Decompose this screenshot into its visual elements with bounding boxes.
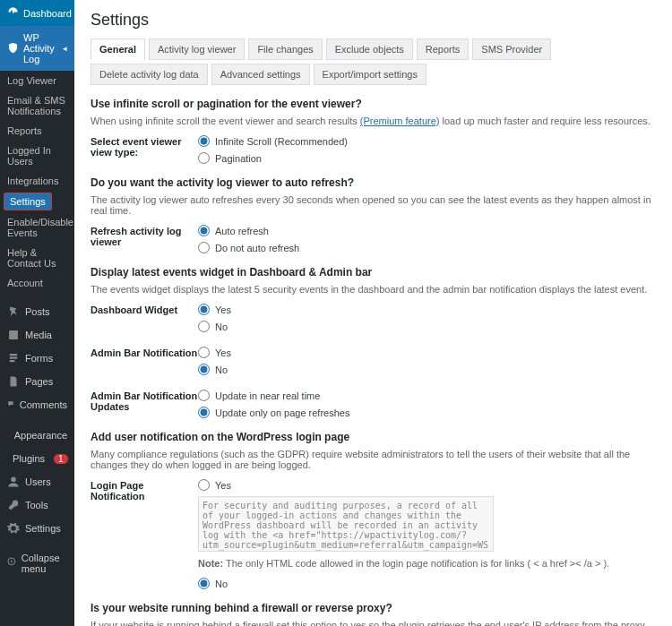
update-badge: 1 — [54, 454, 68, 464]
sidebar-sub-enable-disable[interactable]: Enable/Disable Events — [0, 212, 74, 243]
sidebar-forms[interactable]: Forms — [0, 347, 74, 370]
settings-tabs: General Activity log viewer File changes… — [90, 39, 656, 85]
opt-dw-yes[interactable]: Yes — [198, 304, 656, 315]
login-notice-textarea[interactable] — [198, 496, 494, 552]
tab-file-changes[interactable]: File changes — [248, 39, 322, 60]
section-proxy-desc: If your website is running behind a fire… — [90, 620, 656, 626]
sidebar-pages[interactable]: Pages — [0, 370, 74, 393]
collapse-icon — [7, 557, 16, 570]
opt-update-refresh[interactable]: Update only on page refreshes — [198, 407, 656, 418]
tab-sms[interactable]: SMS Provider — [472, 39, 551, 60]
comment-icon — [7, 399, 14, 411]
sidebar-settings[interactable]: Settings — [0, 517, 74, 540]
section-proxy-heading: Is your website running behind a firewal… — [90, 602, 656, 614]
gauge-icon — [7, 6, 19, 20]
sidebar-sub-settings[interactable]: Settings — [4, 193, 52, 210]
sidebar-sub-reports[interactable]: Reports — [0, 121, 74, 141]
adminbar-updates-label: Admin Bar Notification Updates — [90, 390, 198, 424]
section-login-heading: Add user notification on the WordPress l… — [90, 431, 656, 443]
sidebar-plugins[interactable]: Plugins1 — [0, 447, 74, 470]
pin-icon — [7, 305, 20, 318]
svg-point-1 — [11, 476, 16, 482]
page-title: Settings — [90, 11, 656, 30]
opt-ab-yes[interactable]: Yes — [198, 347, 656, 358]
adminbar-label: Admin Bar Notification — [90, 347, 198, 381]
sidebar-media[interactable]: Media — [0, 323, 74, 347]
page-icon — [7, 375, 20, 388]
sidebar-posts[interactable]: Posts — [0, 300, 74, 323]
user-icon — [7, 476, 20, 488]
tool-icon — [7, 499, 20, 511]
opt-infinite-scroll[interactable]: Infinite Scroll (Recommended) — [198, 135, 656, 147]
sidebar-dashboard[interactable]: Dashboard — [0, 0, 74, 26]
dashboard-widget-label: Dashboard Widget — [90, 304, 198, 338]
sidebar-plugin-header[interactable]: WP Activity Log ◂ — [0, 26, 74, 71]
opt-auto-refresh[interactable]: Auto refresh — [198, 225, 656, 236]
sidebar-tools[interactable]: Tools — [0, 493, 74, 517]
chevron-left-icon: ◂ — [63, 44, 67, 53]
section-widget-desc: The events widget displays the latest 5 … — [90, 284, 656, 295]
opt-login-no[interactable]: No — [198, 578, 656, 589]
opt-pagination[interactable]: Pagination — [198, 152, 656, 164]
section-widget-heading: Display latest events widget in Dashboar… — [90, 266, 656, 279]
sidebar-collapse[interactable]: Collapse menu — [0, 547, 74, 579]
gear-icon — [7, 522, 20, 535]
shield-icon — [7, 42, 19, 56]
login-notification-label: Login Page Notification — [90, 479, 198, 595]
admin-sidebar: Dashboard WP Activity Log ◂ Log Viewer E… — [0, 0, 74, 626]
sidebar-appearance[interactable]: Appearance — [0, 424, 74, 447]
opt-ab-no[interactable]: No — [198, 364, 656, 375]
opt-login-yes[interactable]: Yes — [198, 479, 656, 491]
refresh-label: Refresh activity log viewer — [90, 225, 198, 259]
section-refresh-desc: The activity log viewer auto refreshes e… — [90, 194, 656, 216]
main-content: Settings General Activity log viewer Fil… — [74, 0, 672, 626]
forms-icon — [7, 352, 20, 364]
view-type-label: Select event viewer view type: — [90, 135, 198, 169]
tab-reports[interactable]: Reports — [417, 39, 470, 60]
sidebar-users[interactable]: Users — [0, 470, 74, 493]
sidebar-sub-account[interactable]: Account — [0, 273, 74, 293]
section-login-desc: Many compliance regulations (such as the… — [90, 449, 656, 470]
sidebar-sub-notifications[interactable]: Email & SMS Notifications — [0, 90, 74, 121]
opt-update-realtime[interactable]: Update in near real time — [198, 390, 656, 401]
sidebar-sub-help[interactable]: Help & Contact Us — [0, 243, 74, 273]
sidebar-sub-logged-in[interactable]: Logged In Users — [0, 141, 74, 171]
sidebar-sub-log-viewer[interactable]: Log Viewer — [0, 71, 74, 90]
tab-advanced[interactable]: Advanced settings — [211, 64, 310, 85]
section-refresh-heading: Do you want the activity log viewer to a… — [90, 176, 656, 189]
tab-delete-data[interactable]: Delete activity log data — [90, 64, 208, 85]
sidebar-sub-integrations[interactable]: Integrations — [0, 171, 74, 191]
section-scroll-heading: Use infinite scroll or pagination for th… — [90, 98, 656, 110]
login-note: Note: The only HTML code allowed in the … — [198, 558, 656, 569]
svg-rect-0 — [9, 330, 18, 339]
media-icon — [7, 329, 20, 341]
section-scroll-desc: When using infinite scroll the event vie… — [90, 116, 656, 126]
premium-link[interactable]: (Premium feature) — [360, 116, 440, 126]
brush-icon — [7, 429, 9, 442]
opt-no-refresh[interactable]: Do not auto refresh — [198, 242, 656, 253]
sidebar-comments[interactable]: Comments — [0, 393, 74, 416]
tab-export-import[interactable]: Export/import settings — [314, 64, 426, 85]
tab-exclude[interactable]: Exclude objects — [326, 39, 413, 60]
tab-general[interactable]: General — [90, 39, 145, 60]
opt-dw-no[interactable]: No — [198, 321, 656, 332]
tab-activity-viewer[interactable]: Activity log viewer — [149, 39, 245, 60]
